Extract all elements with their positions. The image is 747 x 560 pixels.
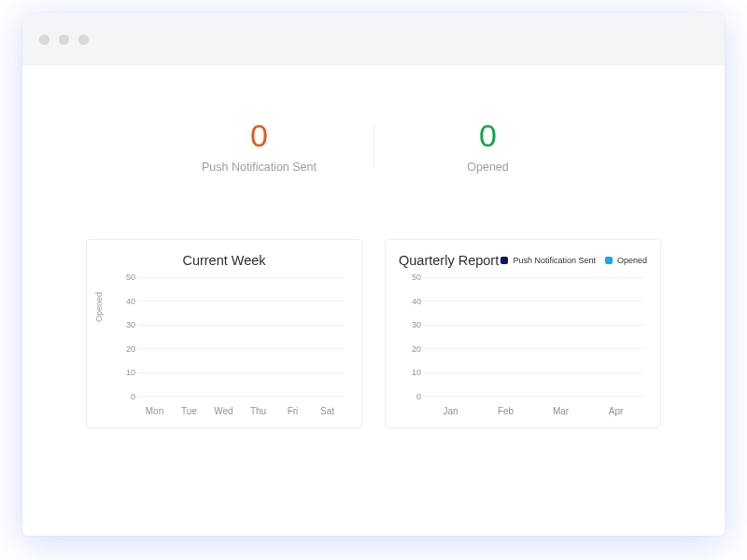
legend-swatch-icon bbox=[605, 257, 613, 264]
xtick: Apr bbox=[588, 406, 643, 416]
chart-legend: Push Notification Sent Opened bbox=[500, 256, 647, 265]
legend-swatch-icon bbox=[500, 257, 508, 264]
chart-title: Quarterly Report bbox=[399, 253, 499, 268]
gridline bbox=[137, 301, 345, 301]
ytick: 10 bbox=[406, 368, 421, 377]
chart-gridlines bbox=[423, 277, 643, 397]
window-control-close-icon[interactable] bbox=[39, 35, 49, 45]
xtick: Wed bbox=[206, 406, 241, 416]
gridline bbox=[423, 325, 643, 326]
xtick: Tue bbox=[172, 406, 206, 416]
dashboard-content: 0 Push Notification Sent 0 Opened Curren… bbox=[22, 119, 725, 428]
chart-y-ticks: 50 40 30 20 10 0 bbox=[406, 273, 421, 401]
ytick: 10 bbox=[120, 368, 135, 377]
window-control-zoom-icon[interactable] bbox=[78, 35, 89, 45]
ytick: 40 bbox=[406, 297, 421, 306]
gridline bbox=[423, 348, 643, 349]
stat-opened-label: Opened bbox=[395, 161, 582, 174]
ytick: 40 bbox=[120, 297, 135, 306]
stat-sent: 0 Push Notification Sent bbox=[166, 119, 353, 174]
ytick: 20 bbox=[406, 344, 421, 354]
chart-plot-area: 50 40 30 20 10 0 bbox=[406, 277, 643, 397]
chart-quarterly-report: Quarterly Report Push Notification Sent … bbox=[385, 239, 661, 428]
legend-item-sent: Push Notification Sent bbox=[500, 256, 596, 265]
xtick: Mar bbox=[533, 406, 588, 416]
chart-gridlines bbox=[137, 277, 345, 397]
gridline bbox=[137, 372, 345, 373]
stat-opened: 0 Opened bbox=[395, 119, 582, 174]
stat-sent-value: 0 bbox=[166, 119, 353, 151]
gridline bbox=[137, 396, 345, 397]
chart-header: Current Week bbox=[100, 253, 348, 268]
gridline bbox=[423, 396, 643, 397]
xtick: Fri bbox=[275, 406, 310, 416]
legend-label: Push Notification Sent bbox=[513, 256, 596, 265]
chart-title: Current Week bbox=[100, 253, 348, 268]
legend-item-opened: Opened bbox=[605, 256, 647, 265]
chart-current-week: Current Week Opened 50 40 30 20 10 0 bbox=[86, 239, 362, 428]
ytick: 30 bbox=[406, 320, 421, 329]
window-control-minimize-icon[interactable] bbox=[59, 35, 69, 45]
ytick: 0 bbox=[120, 392, 135, 401]
app-window: 0 Push Notification Sent 0 Opened Curren… bbox=[22, 13, 725, 536]
ytick: 0 bbox=[406, 392, 421, 401]
chart-y-label: Opened bbox=[94, 292, 104, 322]
gridline bbox=[423, 277, 643, 278]
chart-x-axis: Jan Feb Mar Apr bbox=[423, 406, 643, 416]
chart-x-axis: Mon Tue Wed Thu Fri Sat bbox=[137, 406, 345, 416]
xtick: Feb bbox=[478, 406, 533, 416]
stats-divider bbox=[374, 125, 374, 168]
ytick: 50 bbox=[406, 273, 421, 282]
gridline bbox=[423, 301, 643, 301]
legend-label: Opened bbox=[617, 256, 647, 265]
ytick: 30 bbox=[120, 320, 135, 329]
chart-plot-area: Opened 50 40 30 20 10 0 bbox=[120, 277, 345, 397]
chart-y-ticks: 50 40 30 20 10 0 bbox=[120, 273, 135, 401]
xtick: Thu bbox=[241, 406, 275, 416]
gridline bbox=[137, 325, 345, 326]
charts-row: Current Week Opened 50 40 30 20 10 0 bbox=[45, 239, 702, 428]
ytick: 20 bbox=[120, 344, 135, 354]
stat-sent-label: Push Notification Sent bbox=[166, 161, 353, 174]
chart-header: Quarterly Report Push Notification Sent … bbox=[399, 253, 647, 268]
window-titlebar bbox=[22, 13, 725, 65]
xtick: Mon bbox=[137, 406, 172, 416]
stat-opened-value: 0 bbox=[395, 119, 582, 151]
ytick: 50 bbox=[120, 273, 135, 282]
gridline bbox=[137, 277, 345, 278]
summary-stats: 0 Push Notification Sent 0 Opened bbox=[45, 119, 702, 174]
xtick: Sat bbox=[310, 406, 345, 416]
gridline bbox=[137, 348, 345, 349]
gridline bbox=[423, 372, 643, 373]
xtick: Jan bbox=[423, 406, 478, 416]
